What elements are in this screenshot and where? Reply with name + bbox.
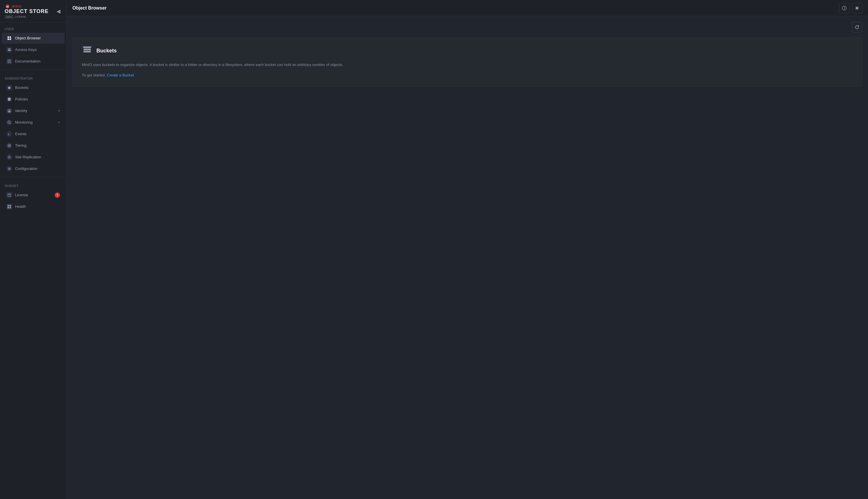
sidebar-item-documentation[interactable]: Documentation <box>2 56 64 67</box>
refresh-icon <box>855 25 859 29</box>
svg-point-22 <box>9 168 10 169</box>
svg-rect-6 <box>8 49 11 49</box>
object-browser-label: Object Browser <box>15 36 60 40</box>
sidebar-item-identity[interactable]: Identity ▾ <box>2 105 64 117</box>
help-button[interactable]: ? <box>839 3 849 13</box>
sidebar-item-policies[interactable]: Policies <box>2 94 64 105</box>
sidebar-item-tiering[interactable]: Tiering <box>2 140 64 151</box>
topbar-actions: ? <box>839 3 862 13</box>
sidebar-item-license[interactable]: License ! <box>2 190 64 200</box>
svg-rect-24 <box>8 194 10 195</box>
logo-minio: M MINIO <box>5 4 49 9</box>
content-area: Buckets MinIO uses buckets to organize o… <box>67 16 868 499</box>
object-store-label: OBJECT STORE <box>5 9 49 14</box>
topbar: Object Browser ? <box>67 0 868 16</box>
sidebar: M MINIO OBJECT STORE AGPL LICENSE ◀ User… <box>0 0 67 499</box>
svg-text:M: M <box>7 5 9 8</box>
main-content: Object Browser ? <box>67 0 868 499</box>
sidebar-item-object-browser[interactable]: Object Browser <box>2 33 64 44</box>
logo-area: M MINIO OBJECT STORE AGPL LICENSE ◀ <box>0 0 66 23</box>
documentation-icon <box>7 59 12 64</box>
svg-line-40 <box>856 9 856 9</box>
refresh-row <box>72 22 862 33</box>
svg-text:λ: λ <box>8 133 10 136</box>
events-icon: λ <box>7 131 12 137</box>
license-label: LICENSE <box>15 15 26 18</box>
license-label: License <box>15 193 52 197</box>
policies-icon <box>7 96 12 102</box>
license-icon <box>7 192 12 198</box>
configuration-icon <box>7 166 12 172</box>
info-card-title: Buckets <box>96 48 117 54</box>
svg-rect-29 <box>10 207 11 208</box>
svg-rect-7 <box>8 50 11 51</box>
svg-rect-43 <box>83 51 91 52</box>
theme-button[interactable] <box>852 3 862 13</box>
sidebar-item-configuration[interactable]: Configuration <box>2 163 64 174</box>
monitoring-chevron-icon: ▾ <box>58 120 60 124</box>
minio-label: MINIO <box>12 5 22 8</box>
license-badge: ! <box>55 193 60 198</box>
svg-line-38 <box>858 9 858 9</box>
documentation-label: Documentation <box>15 59 60 63</box>
subnet-section-label: Subnet <box>0 180 66 189</box>
minio-bird-icon: M <box>5 4 10 9</box>
site-replication-label: Site Replication <box>15 155 60 159</box>
tiering-icon <box>7 143 12 148</box>
svg-rect-4 <box>8 38 9 40</box>
create-bucket-link[interactable]: Create a Bucket. <box>107 73 135 77</box>
svg-point-21 <box>9 157 10 157</box>
health-label: Health <box>15 204 60 209</box>
svg-text:?: ? <box>843 7 845 10</box>
svg-rect-10 <box>8 61 10 61</box>
sidebar-item-monitoring[interactable]: Monitoring ▾ <box>2 117 64 128</box>
page-title: Object Browser <box>72 5 107 11</box>
svg-rect-42 <box>83 49 91 50</box>
site-replication-icon <box>7 154 12 160</box>
sidebar-item-access-keys[interactable]: Access Keys <box>2 44 64 55</box>
refresh-button[interactable] <box>852 22 862 33</box>
divider-1 <box>0 70 66 70</box>
agpl-badge: AGPL <box>5 15 14 19</box>
access-keys-icon <box>7 47 12 53</box>
sidebar-item-health[interactable]: Health <box>2 201 64 212</box>
info-card-description-1: MinIO uses buckets to organize objects. … <box>82 62 853 68</box>
collapse-button[interactable]: ◀ <box>55 7 62 16</box>
svg-rect-2 <box>8 36 9 38</box>
buckets-label: Buckets <box>15 85 60 90</box>
object-browser-icon <box>7 35 12 41</box>
theme-icon <box>855 6 859 10</box>
svg-point-14 <box>8 121 10 123</box>
events-label: Events <box>15 132 60 136</box>
configuration-label: Configuration <box>15 167 60 171</box>
admin-section-label: Administrator <box>0 72 66 82</box>
access-keys-label: Access Keys <box>15 48 60 52</box>
svg-rect-44 <box>83 46 92 48</box>
divider-2 <box>0 177 66 177</box>
svg-line-15 <box>10 123 11 124</box>
buckets-icon <box>7 85 12 90</box>
sidebar-item-site-replication[interactable]: Site Replication <box>2 152 64 163</box>
health-icon <box>7 204 12 209</box>
identity-label: Identity <box>15 109 55 113</box>
license-area: AGPL LICENSE <box>5 15 49 19</box>
sidebar-item-events[interactable]: λ Events <box>2 129 64 139</box>
svg-rect-11 <box>8 62 10 62</box>
user-section-label: User <box>0 23 66 33</box>
svg-rect-3 <box>10 36 11 38</box>
svg-rect-5 <box>10 38 11 40</box>
policies-label: Policies <box>15 97 60 101</box>
logo-content: M MINIO OBJECT STORE AGPL LICENSE <box>5 4 49 19</box>
svg-rect-27 <box>10 205 11 206</box>
svg-rect-28 <box>8 207 9 208</box>
info-card-header: Buckets <box>82 46 853 56</box>
svg-rect-26 <box>8 205 9 206</box>
identity-icon <box>7 108 12 114</box>
info-card-description-2: To get started, Create a Bucket. <box>82 72 853 78</box>
svg-point-13 <box>9 110 10 111</box>
monitoring-label: Monitoring <box>15 120 55 124</box>
sidebar-item-buckets[interactable]: Buckets <box>2 82 64 93</box>
tiering-label: Tiering <box>15 143 60 148</box>
bucket-icon <box>82 46 92 56</box>
monitoring-icon <box>7 120 12 125</box>
